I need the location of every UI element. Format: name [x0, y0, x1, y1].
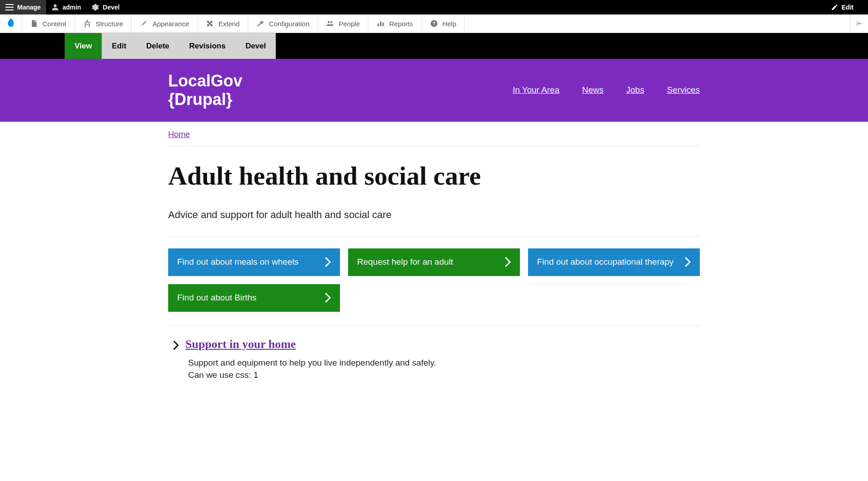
site-header-inner: LocalGov {Drupal} In Your Area News Jobs…	[168, 71, 700, 109]
admin-appearance-label: Appearance	[152, 20, 189, 28]
chevron-right-icon	[505, 257, 511, 267]
admin-people-label: People	[339, 20, 360, 28]
admin-content-label: Content	[42, 20, 66, 28]
admin-structure[interactable]: Structure	[75, 14, 132, 33]
manage-button[interactable]: Manage	[0, 0, 46, 14]
top-toolbar: Manage admin Devel Edit	[0, 0, 868, 14]
page-title: Adult health and social care	[168, 161, 700, 191]
site-logo[interactable]: LocalGov {Drupal}	[168, 71, 242, 109]
admin-menu-right	[850, 14, 868, 33]
nav-services[interactable]: Services	[667, 85, 700, 95]
action-button-grid: Find out about meals on wheels Request h…	[168, 237, 700, 326]
collapse-button[interactable]	[850, 14, 868, 33]
site-header: LocalGov {Drupal} In Your Area News Jobs…	[0, 59, 868, 122]
admin-help[interactable]: ? Help	[422, 14, 465, 33]
chevron-right-icon	[684, 257, 691, 267]
list-desc-line1: Support and equipment to help you live i…	[188, 357, 700, 369]
breadcrumb: Home	[168, 122, 700, 146]
paint-icon	[140, 19, 148, 28]
svg-point-0	[86, 20, 88, 21]
manage-label: Manage	[17, 4, 41, 11]
admin-reports-label: Reports	[389, 20, 413, 28]
svg-text:?: ?	[432, 21, 435, 26]
admin-menu-left: Content Structure Appearance Extend Conf…	[0, 14, 465, 33]
site-nav: In Your Area News Jobs Services	[513, 85, 700, 95]
list-item: Support in your home	[168, 338, 700, 351]
chevron-right-icon	[325, 292, 331, 303]
nav-in-your-area[interactable]: In Your Area	[513, 85, 560, 95]
devel-label: Devel	[103, 4, 119, 11]
action-label: Request help for an adult	[357, 257, 453, 267]
tab-revisions[interactable]: Revisions	[179, 33, 236, 59]
pencil-icon	[831, 4, 838, 11]
nav-jobs[interactable]: Jobs	[626, 85, 644, 95]
page-title-wrap: Adult health and social care Advice and …	[168, 146, 700, 237]
devel-button[interactable]: Devel	[86, 0, 125, 14]
action-births[interactable]: Find out about Births	[168, 284, 340, 312]
svg-rect-3	[377, 24, 379, 26]
admin-reports[interactable]: Reports	[368, 14, 422, 33]
admin-configuration[interactable]: Configuration	[248, 14, 318, 33]
drupal-logo[interactable]	[0, 14, 22, 33]
action-request-help[interactable]: Request help for an adult	[348, 248, 520, 276]
drupal-icon	[6, 18, 15, 29]
list-section: Support in your home Support and equipme…	[168, 326, 700, 393]
admin-extend[interactable]: Extend	[198, 14, 248, 33]
list-description: Support and equipment to help you live i…	[168, 357, 700, 381]
action-meals-on-wheels[interactable]: Find out about meals on wheels	[168, 248, 340, 276]
action-label: Find out about meals on wheels	[177, 257, 298, 267]
people-icon	[326, 19, 334, 28]
top-toolbar-right: Edit	[826, 0, 868, 14]
tab-edit[interactable]: Edit	[102, 33, 136, 59]
list-link-support-in-your-home[interactable]: Support in your home	[185, 338, 296, 351]
nav-news[interactable]: News	[582, 85, 604, 95]
node-tabs: View Edit Delete Revisions Devel	[65, 33, 868, 59]
edit-button[interactable]: Edit	[826, 0, 859, 14]
site-name-line1: LocalGov	[168, 71, 242, 90]
file-icon	[30, 19, 38, 28]
help-icon: ?	[430, 19, 438, 28]
svg-rect-4	[380, 22, 381, 27]
list-desc-line2: Can we use css: 1	[188, 369, 700, 381]
tab-view[interactable]: View	[65, 33, 102, 59]
collapse-icon	[856, 20, 863, 27]
action-label: Find out about Births	[177, 293, 256, 303]
node-tabs-bar: View Edit Delete Revisions Devel	[0, 33, 868, 59]
admin-help-label: Help	[443, 20, 457, 28]
admin-user-label: admin	[62, 4, 81, 11]
chevron-right-icon	[173, 340, 179, 350]
admin-content[interactable]: Content	[22, 14, 75, 33]
svg-point-2	[89, 26, 90, 27]
hamburger-icon	[5, 4, 14, 10]
admin-user-button[interactable]: admin	[46, 0, 86, 14]
breadcrumb-home[interactable]: Home	[168, 130, 190, 139]
tab-devel[interactable]: Devel	[236, 33, 276, 59]
puzzle-icon	[206, 19, 214, 28]
top-toolbar-left: Manage admin Devel	[0, 0, 125, 14]
admin-structure-label: Structure	[96, 20, 123, 28]
user-icon	[52, 4, 59, 11]
page-intro: Advice and support for adult health and …	[168, 209, 700, 237]
bars-icon	[377, 19, 385, 28]
chevron-right-icon	[325, 257, 331, 267]
admin-appearance[interactable]: Appearance	[132, 14, 198, 33]
site-name-line2: {Drupal}	[168, 90, 242, 109]
admin-configuration-label: Configuration	[269, 20, 309, 28]
gear-icon	[92, 4, 99, 11]
tab-delete[interactable]: Delete	[137, 33, 179, 59]
structure-icon	[83, 19, 91, 28]
svg-rect-5	[382, 23, 384, 26]
admin-people[interactable]: People	[318, 14, 368, 33]
wrench-icon	[256, 19, 264, 28]
edit-label: Edit	[842, 4, 854, 11]
action-label: Find out about occupational therapy	[537, 257, 674, 267]
action-occupational-therapy[interactable]: Find out about occupational therapy	[528, 248, 700, 276]
svg-point-1	[85, 26, 86, 27]
admin-extend-label: Extend	[218, 20, 240, 28]
admin-menu: Content Structure Appearance Extend Conf…	[0, 14, 868, 33]
